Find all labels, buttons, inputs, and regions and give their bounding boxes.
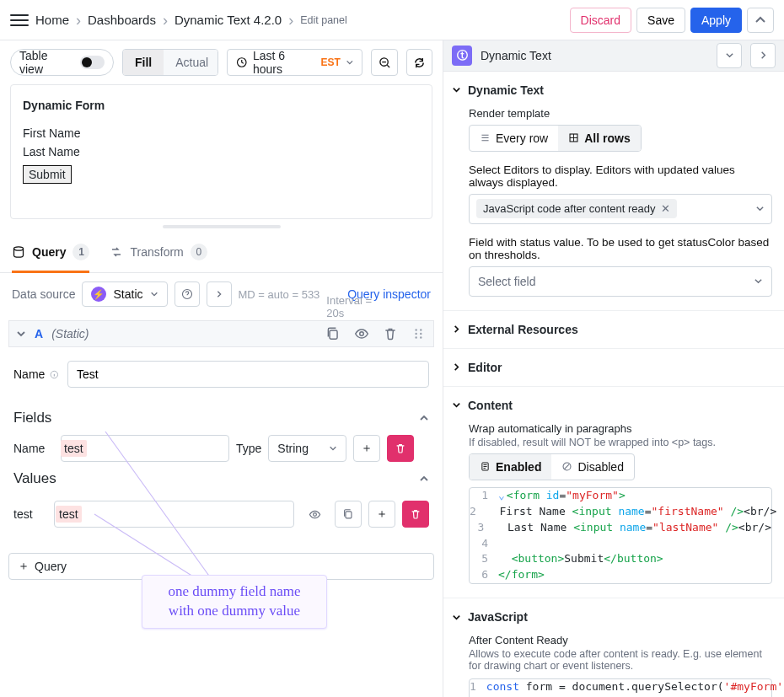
add-value-button[interactable]: ＋: [368, 501, 395, 528]
content-editor[interactable]: 1⌄<form id="myForm">2 First Name <input …: [469, 487, 772, 584]
svg-point-5: [360, 332, 364, 336]
query-interval: Interval = 20s: [326, 294, 385, 319]
timezone-label: EST: [320, 56, 340, 68]
value-input[interactable]: [54, 501, 294, 528]
editors-select[interactable]: JavaScript code after content ready ✕: [469, 194, 772, 224]
save-button[interactable]: Save: [636, 8, 685, 33]
expand-viz-picker[interactable]: [750, 43, 776, 68]
js-subhead: After Content Ready: [469, 634, 772, 646]
chevron-right-icon: [452, 324, 461, 334]
data-source-select[interactable]: ⚡ Static: [82, 281, 167, 307]
toggle-visibility-button[interactable]: [301, 501, 328, 528]
chevron-right-icon: [452, 362, 461, 372]
duplicate-icon[interactable]: [325, 326, 341, 341]
section-external-resources[interactable]: External Resources: [443, 316, 784, 343]
zoom-out-button[interactable]: [371, 49, 397, 76]
remove-field-button[interactable]: [387, 435, 414, 462]
eye-icon[interactable]: [354, 326, 369, 341]
chevron-down-icon: [452, 85, 461, 94]
field-type-select[interactable]: String: [268, 435, 346, 462]
wrap-desc: If disabled, result will NOT be wrapped …: [469, 437, 772, 448]
expand-row-button[interactable]: [207, 281, 232, 307]
field-type-value: String: [277, 442, 309, 455]
submit-button[interactable]: Submit: [23, 165, 72, 184]
info-icon: [50, 369, 59, 380]
add-query-label: Query: [35, 560, 67, 573]
tab-query[interactable]: Query 1: [12, 234, 89, 273]
tab-transform[interactable]: Transform 0: [110, 234, 207, 273]
fill-option[interactable]: Fill: [123, 50, 164, 75]
svg-point-10: [420, 333, 422, 335]
chevron-down-icon: [754, 276, 763, 286]
values-section-title: Values: [13, 470, 56, 487]
svg-point-11: [420, 336, 422, 338]
actual-option[interactable]: Actual: [164, 50, 218, 75]
plugin-logo-icon: ⓣ: [452, 46, 472, 66]
section-content[interactable]: Content: [443, 392, 784, 419]
apply-button[interactable]: Apply: [690, 8, 742, 33]
section-content-label: Content: [468, 399, 513, 412]
crumb-home[interactable]: Home: [35, 13, 69, 27]
trash-icon[interactable]: [383, 326, 398, 341]
svg-point-13: [313, 512, 316, 516]
query-row-header[interactable]: A (Static): [8, 320, 434, 347]
panel-preview: Dynamic Form First Name Last Name Submit: [10, 84, 432, 219]
js-desc: Allows to execute code after content is …: [469, 648, 772, 672]
add-field-button[interactable]: ＋: [353, 435, 380, 462]
name-input[interactable]: [67, 361, 429, 388]
chevron-up-icon[interactable]: [419, 413, 429, 423]
crumb-dashboard[interactable]: Dynamic Text 4.2.0: [175, 13, 282, 27]
enabled-option[interactable]: Enabled: [470, 454, 551, 480]
chevron-down-icon: [150, 290, 158, 298]
refresh-button[interactable]: [406, 49, 432, 76]
editors-label: Select Editors to display. Editors with …: [469, 164, 772, 189]
render-template-segment[interactable]: Every row All rows: [469, 125, 642, 152]
switch-off-icon: [80, 56, 105, 69]
zoom-out-icon: [379, 56, 391, 69]
section-dynamic-text[interactable]: Dynamic Text: [443, 77, 784, 104]
table-view-toggle[interactable]: Table view: [10, 49, 114, 76]
duplicate-icon: [342, 508, 354, 520]
chevron-right-icon: [759, 51, 768, 60]
javascript-editor[interactable]: 1const form = document.querySelector('#m…: [469, 678, 772, 697]
plugin-name: Dynamic Text: [481, 49, 708, 62]
close-icon[interactable]: ✕: [661, 202, 670, 215]
all-rows-option[interactable]: All rows: [558, 126, 640, 151]
data-source-label: Data source: [12, 287, 75, 301]
chevron-up-icon[interactable]: [419, 474, 429, 484]
disabled-option[interactable]: Disabled: [551, 454, 633, 480]
view-mode-segment[interactable]: Fill Actual: [122, 49, 218, 76]
duplicate-value-button[interactable]: [335, 501, 362, 528]
chevron-down-icon: [329, 444, 337, 453]
drag-handle-icon[interactable]: [411, 326, 427, 341]
every-row-option[interactable]: Every row: [470, 126, 558, 151]
doc-icon: [480, 461, 491, 472]
crumb-dashboards[interactable]: Dashboards: [88, 13, 156, 27]
section-javascript-label: JavaScript: [468, 610, 528, 624]
section-editor[interactable]: Editor: [443, 354, 784, 381]
collapse-options-button[interactable]: [747, 8, 774, 33]
transform-icon: [110, 245, 123, 259]
menu-icon[interactable]: [10, 11, 29, 29]
crumb-action: Edit panel: [300, 14, 347, 26]
discard-button[interactable]: Discard: [570, 8, 631, 33]
wrap-segment[interactable]: Enabled Disabled: [469, 453, 635, 480]
svg-point-2: [14, 247, 24, 250]
tab-transform-label: Transform: [130, 245, 183, 259]
section-javascript[interactable]: JavaScript: [443, 603, 784, 630]
grid-icon: [568, 132, 579, 143]
collapse-viz-picker[interactable]: [717, 43, 742, 68]
time-range-picker[interactable]: Last 6 hours EST: [227, 49, 362, 76]
first-name-label: First Name: [23, 124, 420, 142]
field-status-select[interactable]: Select field: [469, 266, 772, 297]
svg-rect-14: [346, 512, 352, 518]
table-view-label: Table view: [19, 49, 73, 76]
editors-tag[interactable]: JavaScript code after content ready ✕: [476, 199, 677, 218]
remove-value-button[interactable]: [402, 501, 429, 528]
transform-count-badge: 0: [191, 244, 207, 260]
chevron-down-icon: [16, 329, 26, 339]
data-source-name: Static: [113, 287, 142, 301]
data-source-help-button[interactable]: [175, 281, 200, 307]
wrap-label: Wrap automatically in paragraphs: [469, 422, 772, 435]
resize-handle[interactable]: [0, 219, 443, 234]
